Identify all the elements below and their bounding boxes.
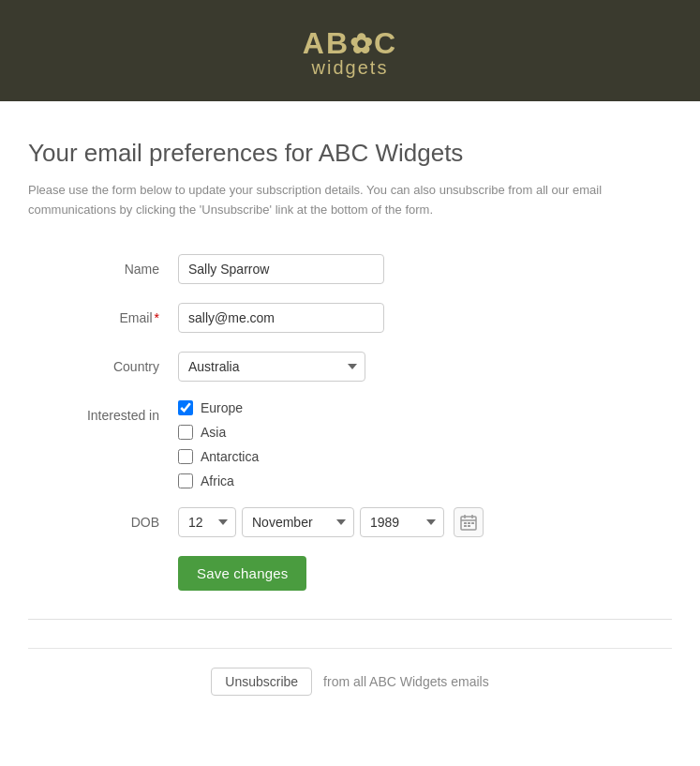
checkbox-africa[interactable]: Africa: [178, 473, 672, 488]
site-header: AB✿C widgets: [0, 0, 700, 101]
country-control: Australia United Kingdom United States N…: [178, 352, 672, 382]
dob-row: DOB 1234 5678 9101112 13141516 17181920 …: [28, 507, 672, 537]
interests-control: Europe Asia Antarctica Africa: [178, 400, 672, 488]
checkbox-europe-label: Europe: [201, 400, 243, 415]
country-label: Country: [28, 352, 178, 374]
footer-section: Unsubscribe from all ABC Widgets emails: [28, 648, 672, 724]
name-control: [178, 254, 672, 284]
checkbox-europe[interactable]: Europe: [178, 400, 672, 415]
email-input[interactable]: [178, 303, 384, 333]
checkbox-africa-input[interactable]: [178, 473, 193, 488]
unsubscribe-button[interactable]: Unsubscribe: [211, 668, 312, 696]
checkbox-asia-input[interactable]: [178, 425, 193, 440]
page-description: Please use the form below to update your…: [28, 181, 672, 220]
main-content: Your email preferences for ABC Widgets P…: [0, 101, 700, 766]
dob-day-select[interactable]: 1234 5678 9101112 13141516 17181920 2122…: [178, 507, 236, 537]
svg-rect-7: [464, 525, 467, 527]
save-row: Save changes: [28, 556, 672, 591]
checkbox-antarctica-label: Antarctica: [201, 449, 259, 464]
email-label: Email*: [28, 303, 178, 325]
logo-top: AB✿C: [303, 26, 397, 61]
svg-rect-6: [471, 522, 474, 524]
svg-rect-5: [468, 522, 470, 524]
dob-label: DOB: [28, 507, 178, 530]
email-row: Email*: [28, 303, 672, 333]
checkbox-antarctica-input[interactable]: [178, 449, 193, 464]
svg-rect-8: [468, 525, 470, 527]
page-title: Your email preferences for ABC Widgets: [28, 139, 672, 168]
required-asterisk: *: [155, 310, 159, 325]
preferences-form: Name Email* Country Australia United Kin…: [28, 254, 672, 591]
save-control: Save changes: [178, 556, 672, 591]
dob-group: 1234 5678 9101112 13141516 17181920 2122…: [178, 507, 672, 537]
dob-month-select[interactable]: JanuaryFebruaryMarch AprilMayJune JulyAu…: [242, 507, 354, 537]
interests-label: Interested in: [28, 400, 178, 423]
name-row: Name: [28, 254, 672, 284]
email-control: [178, 303, 672, 333]
svg-rect-4: [464, 522, 467, 524]
save-button[interactable]: Save changes: [178, 556, 306, 591]
name-input[interactable]: [178, 254, 384, 284]
save-spacer: [28, 556, 178, 563]
checkbox-antarctica[interactable]: Antarctica: [178, 449, 672, 464]
checkbox-europe-input[interactable]: [178, 400, 193, 415]
country-row: Country Australia United Kingdom United …: [28, 352, 672, 382]
checkbox-asia-label: Asia: [201, 425, 226, 440]
logo: AB✿C widgets: [303, 26, 397, 79]
logo-bottom: widgets: [312, 57, 389, 79]
interests-row: Interested in Europe Asia Antarctica Afr…: [28, 400, 672, 488]
checkbox-africa-label: Africa: [201, 473, 234, 488]
checkbox-asia[interactable]: Asia: [178, 425, 672, 440]
country-select[interactable]: Australia United Kingdom United States N…: [178, 352, 365, 382]
dob-control: 1234 5678 9101112 13141516 17181920 2122…: [178, 507, 672, 537]
name-label: Name: [28, 254, 178, 277]
calendar-icon[interactable]: [454, 507, 484, 537]
dob-year-select[interactable]: 1985198619871988 1989199019911992 199319…: [360, 507, 444, 537]
section-divider: [28, 619, 672, 620]
unsubscribe-text: from all ABC Widgets emails: [323, 674, 489, 689]
